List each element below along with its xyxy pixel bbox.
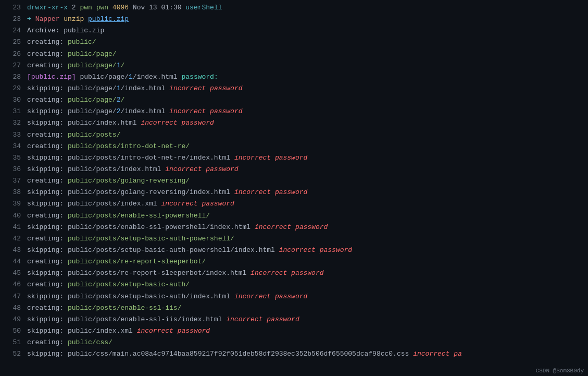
- text-segment: skipping:: [27, 350, 68, 358]
- line-text: skipping: public/posts/enable-ssl-iis/in…: [27, 314, 584, 325]
- text-segment: skipping:: [27, 154, 68, 162]
- line-number: 32: [4, 118, 21, 128]
- text-segment: unzip: [64, 15, 88, 23]
- text-segment: /index.html: [133, 73, 182, 81]
- line-number: 28: [4, 72, 21, 82]
- text-segment: public/posts/intro-dot-net-re/: [68, 142, 190, 150]
- terminal-line: 25 creating: public/: [0, 37, 588, 48]
- line-text: skipping: public/css/main.ac08a4c9714baa…: [27, 349, 584, 359]
- line-text: creating: public/css/: [27, 337, 584, 348]
- line-number: 34: [4, 141, 21, 152]
- line-number: 37: [4, 176, 21, 186]
- text-segment: /: [120, 62, 124, 69]
- terminal-line: 41 skipping: public/posts/enable-ssl-pow…: [0, 222, 588, 233]
- line-text: skipping: public/posts/golang-reversing/…: [27, 187, 584, 198]
- text-segment: skipping:: [27, 119, 68, 127]
- line-text: creating: public/posts/re-report-sleeper…: [27, 257, 584, 267]
- text-segment: public/page/: [68, 50, 117, 58]
- line-text: creating: public/posts/intro-dot-net-re/: [27, 141, 584, 152]
- text-segment: incorrect password: [169, 84, 242, 92]
- text-segment: creating:: [27, 258, 68, 265]
- text-segment: public/posts/enable-ssl-iis/: [68, 304, 181, 312]
- text-segment: public/posts/re-report-sleeperbot/index.…: [68, 269, 251, 277]
- line-number: 35: [4, 153, 21, 163]
- text-segment: incorrect password: [169, 107, 242, 115]
- line-text: creating: public/posts/setup-basic-auth/: [27, 280, 584, 290]
- text-segment: incorrect password: [161, 200, 234, 208]
- terminal-line: 31 skipping: public/page/2/index.html in…: [0, 106, 588, 117]
- line-number: 23: [4, 3, 21, 13]
- terminal-line: 52 skipping: public/css/main.ac08a4c9714…: [0, 348, 588, 360]
- text-segment: public/posts/: [68, 131, 120, 139]
- terminal-line: 47 skipping: public/posts/setup-basic-au…: [0, 291, 588, 302]
- terminal-line: 27 creating: public/page/1/: [0, 60, 588, 71]
- line-number: 43: [4, 245, 21, 256]
- terminal-line: 34 creating: public/posts/intro-dot-net-…: [0, 141, 588, 152]
- line-text: drwxr-xr-x 2 pwn pwn 4096 Nov 13 01:30 u…: [27, 3, 584, 13]
- text-segment: public/page/: [76, 73, 129, 81]
- text-segment: creating:: [27, 50, 68, 58]
- terminal-line: 39 skipping: public/posts/index.xml inco…: [0, 198, 588, 210]
- text-segment: /index.html: [120, 107, 169, 115]
- text-segment: public/posts/enable-ssl-iis/index.html: [68, 316, 226, 323]
- line-text: skipping: public/posts/re-report-sleeper…: [27, 268, 584, 278]
- terminal-line: 46 creating: public/posts/setup-basic-au…: [0, 279, 588, 290]
- line-number: 49: [4, 314, 21, 325]
- text-segment: creating:: [27, 338, 68, 346]
- text-segment: public/posts/golang-reversing/index.html: [68, 188, 234, 196]
- line-text: creating: public/page/: [27, 49, 584, 59]
- line-number: 48: [4, 303, 21, 313]
- line-text: creating: public/: [27, 37, 584, 47]
- line-text: creating: public/page/2/: [27, 95, 584, 105]
- terminal-line: 24Archive: public.zip: [0, 25, 588, 37]
- watermark: CSDN @Som3B0dy: [536, 368, 584, 374]
- terminal-line: 44 creating: public/posts/re-report-slee…: [0, 256, 588, 268]
- line-number: 26: [4, 49, 21, 59]
- text-segment: public/posts/setup-basic-auth-powershell…: [68, 246, 279, 254]
- line-number: 36: [4, 164, 21, 175]
- text-segment: /: [120, 96, 124, 104]
- line-text: creating: public/posts/enable-ssl-powers…: [27, 211, 584, 221]
- terminal-line: 30 creating: public/page/2/: [0, 94, 588, 106]
- terminal-line: 33 creating: public/posts/: [0, 129, 588, 141]
- text-segment: incorrect password: [234, 293, 307, 300]
- text-segment: skipping:: [27, 223, 68, 231]
- text-segment: public/page/: [68, 84, 117, 92]
- line-text: [public.zip] public/page/1/index.html pa…: [27, 72, 584, 82]
- terminal-line: 40 creating: public/posts/enable-ssl-pow…: [0, 210, 588, 222]
- text-segment: skipping:: [27, 165, 68, 173]
- line-text: creating: public/posts/enable-ssl-iis/: [27, 303, 584, 313]
- text-segment: public.zip: [88, 15, 129, 23]
- text-segment: creating:: [27, 177, 68, 185]
- text-segment: public/css/main.ac08a4c9714baa859217f92f…: [68, 350, 413, 358]
- text-segment: drwxr-xr-x: [27, 4, 68, 11]
- text-segment: creating:: [27, 38, 68, 46]
- terminal-line: 49 skipping: public/posts/enable-ssl-iis…: [0, 314, 588, 325]
- text-segment: incorrect password: [234, 154, 307, 162]
- text-segment: public/index.xml: [68, 327, 137, 335]
- line-number: 30: [4, 95, 21, 105]
- line-number: 24: [4, 26, 21, 36]
- text-segment: incorrect password: [234, 188, 307, 196]
- line-number: 31: [4, 106, 21, 117]
- line-number: 38: [4, 187, 21, 198]
- line-number: 40: [4, 211, 21, 221]
- terminal-line: 35 skipping: public/posts/intro-dot-net-…: [0, 152, 588, 164]
- text-segment: skipping:: [27, 327, 68, 335]
- terminal-window: 23drwxr-xr-x 2 pwn pwn 4096 Nov 13 01:30…: [0, 0, 588, 376]
- line-number: 45: [4, 268, 21, 278]
- text-segment: creating:: [27, 304, 68, 312]
- line-number: 44: [4, 257, 21, 267]
- text-segment: creating:: [27, 96, 68, 104]
- line-text: creating: public/page/1/: [27, 60, 584, 71]
- line-text: skipping: public/index.html incorrect pa…: [27, 118, 584, 128]
- text-segment: password:: [181, 73, 218, 81]
- line-text: skipping: public/index.xml incorrect pas…: [27, 326, 584, 336]
- text-segment: [public.zip]: [27, 73, 76, 81]
- line-number: 46: [4, 280, 21, 290]
- line-text: ➜ Napper unzip public.zip: [27, 14, 584, 25]
- terminal-line: 26 creating: public/page/: [0, 48, 588, 60]
- text-segment: skipping:: [27, 246, 68, 254]
- text-segment: pwn pwn: [80, 4, 108, 11]
- terminal-line: 48 creating: public/posts/enable-ssl-iis…: [0, 302, 588, 314]
